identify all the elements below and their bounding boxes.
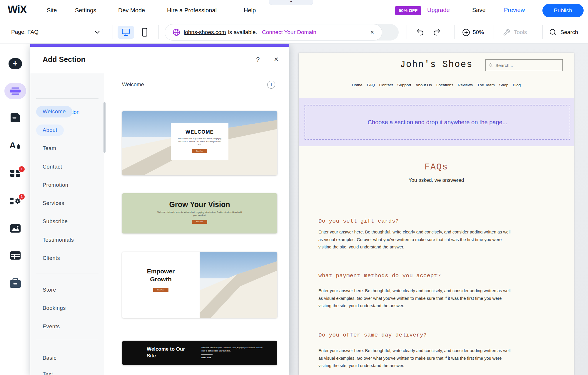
app-market-button[interactable]: 1 xyxy=(0,169,30,177)
menu-hire-a-professional[interactable]: Hire a Professional xyxy=(167,7,217,14)
pages-menu-button[interactable] xyxy=(0,113,30,122)
desktop-view-button[interactable] xyxy=(118,26,134,39)
search-icon[interactable] xyxy=(549,28,557,36)
close-panel-icon[interactable]: ✕ xyxy=(274,56,279,63)
faq-answer-3[interactable]: Enter your answer here. Be thoughtful, w… xyxy=(318,347,515,370)
site-search-input[interactable] xyxy=(495,63,554,68)
add-section-button-active[interactable] xyxy=(0,83,30,99)
site-search-box[interactable] xyxy=(485,59,563,71)
template-heading: Grow Your Vision xyxy=(122,200,277,209)
category-services[interactable]: Services xyxy=(43,200,64,206)
chevron-down-icon[interactable] xyxy=(95,31,100,34)
site-preview-page: John's Shoes Home FAQ Contact Support Ab… xyxy=(299,53,574,375)
zoom-out-icon[interactable] xyxy=(462,28,470,36)
nav-reviews[interactable]: Reviews xyxy=(458,83,473,87)
cms-table-icon xyxy=(10,251,21,260)
add-elements-button[interactable]: + xyxy=(0,58,30,69)
category-subscribe[interactable]: Subscribe xyxy=(43,218,68,225)
domain-message: is available. xyxy=(228,29,257,36)
category-text[interactable]: Text xyxy=(43,371,53,375)
template-image-half xyxy=(200,252,277,318)
template-body: Welcome visitors to your site with a sho… xyxy=(156,211,244,217)
category-basic[interactable]: Basic xyxy=(43,355,56,361)
faq-question-1[interactable]: Do you sell gift cards? xyxy=(318,218,399,224)
my-apps-button[interactable]: 1 xyxy=(0,197,30,206)
wix-logo: WiX xyxy=(8,4,27,16)
section-group-heading: Welcome xyxy=(122,82,144,88)
category-about[interactable]: About xyxy=(36,125,64,136)
divider xyxy=(464,5,464,16)
dismiss-domain-banner-icon[interactable]: ✕ xyxy=(370,29,374,36)
editor-left-sidebar: + A 1 xyxy=(0,43,30,375)
collapse-toolbar-tab[interactable]: ^ xyxy=(269,0,313,5)
faq-question-2[interactable]: What payment methods do you accept? xyxy=(318,273,441,279)
plus-icon: + xyxy=(13,59,18,68)
divider xyxy=(201,354,213,355)
cms-button[interactable] xyxy=(0,251,30,260)
nav-faq[interactable]: FAQ xyxy=(367,83,375,87)
section-template-empower-growth[interactable]: Empower Growth Start Now xyxy=(122,252,277,318)
faq-section-heading[interactable]: FAQs xyxy=(299,162,574,172)
connect-domain-link[interactable]: Connect Your Domain xyxy=(262,29,316,36)
publish-button[interactable]: Publish xyxy=(542,4,584,17)
menu-help[interactable]: Help xyxy=(244,7,256,14)
template-heading: Empower Growth xyxy=(139,267,183,283)
media-button[interactable] xyxy=(0,224,30,233)
template-cta-button: Start Now xyxy=(192,149,207,153)
nav-support[interactable]: Support xyxy=(397,83,411,87)
category-store[interactable]: Store xyxy=(43,287,56,293)
add-section-icon xyxy=(10,88,21,95)
faq-answer-1[interactable]: Enter your answer here. Be thoughtful, w… xyxy=(318,228,515,251)
briefcase-icon xyxy=(10,278,21,288)
app-market-notification-badge: 1 xyxy=(18,166,25,173)
nav-contact[interactable]: Contact xyxy=(379,83,393,87)
faq-section-subheading[interactable]: You asked, we answered xyxy=(299,177,574,183)
menu-site[interactable]: Site xyxy=(47,7,57,14)
undo-icon[interactable] xyxy=(416,28,424,36)
editor-search-button[interactable]: Search xyxy=(560,29,578,36)
domain-name[interactable]: johns-shoes.com xyxy=(184,29,226,36)
section-drop-band: Choose a section and drop it anywhere on… xyxy=(299,98,574,146)
help-icon[interactable]: ? xyxy=(256,56,260,63)
mobile-view-button[interactable] xyxy=(138,26,151,39)
category-testimonials[interactable]: Testimonials xyxy=(43,237,74,243)
site-nav-menu: Home FAQ Contact Support About Us Locati… xyxy=(299,83,574,87)
site-design-button[interactable]: A xyxy=(0,140,30,150)
preview-button[interactable]: Preview xyxy=(504,7,525,14)
info-icon[interactable]: i xyxy=(267,81,275,89)
divider xyxy=(113,25,113,39)
menu-dev-mode[interactable]: Dev Mode xyxy=(118,7,145,14)
category-clients[interactable]: Clients xyxy=(43,255,60,261)
faq-answer-2[interactable]: Enter your answer here. Be thoughtful, w… xyxy=(318,287,515,310)
category-bookings[interactable]: Bookings xyxy=(43,305,66,311)
site-design-icon: A xyxy=(9,140,21,150)
nav-shop[interactable]: Shop xyxy=(499,83,509,87)
section-template-welcome-hero[interactable]: WELCOME Welcome visitors to your site wi… xyxy=(122,111,277,175)
category-events[interactable]: Events xyxy=(43,324,60,330)
redo-icon[interactable] xyxy=(433,28,441,36)
nav-about-us[interactable]: About Us xyxy=(416,83,432,87)
business-tools-button[interactable] xyxy=(0,278,30,288)
faq-question-3[interactable]: Do you offer same-day delivery? xyxy=(318,332,427,338)
zoom-level[interactable]: 50% xyxy=(473,29,484,36)
nav-the-team[interactable]: The Team xyxy=(477,83,495,87)
page-selector[interactable]: Page: FAQ xyxy=(11,29,39,35)
nav-home[interactable]: Home xyxy=(352,83,363,87)
category-list-scrollbar[interactable] xyxy=(103,102,106,153)
menu-settings[interactable]: Settings xyxy=(75,7,96,14)
save-button[interactable]: Save xyxy=(472,7,486,14)
category-promotion[interactable]: Promotion xyxy=(43,182,68,188)
section-template-welcome-dark[interactable]: Welcome to Our Site Welcome visitors to … xyxy=(122,341,277,365)
upgrade-button[interactable]: Upgrade xyxy=(427,7,450,14)
category-contact[interactable]: Contact xyxy=(43,164,62,170)
category-welcome-selected[interactable]: Welcome xyxy=(36,106,72,117)
category-team[interactable]: Team xyxy=(43,145,56,152)
add-section-panel: Add Section ? ✕ + Blank Section Welcome … xyxy=(30,44,289,375)
template-cta-button: Start Now xyxy=(192,220,207,224)
divider xyxy=(494,25,494,39)
nav-blog[interactable]: Blog xyxy=(513,83,521,87)
template-text-half: Empower Growth Start Now xyxy=(122,252,200,318)
section-drop-zone[interactable]: Choose a section and drop it anywhere on… xyxy=(305,105,570,139)
section-template-grow-your-vision[interactable]: Grow Your Vision Welcome visitors to you… xyxy=(122,193,277,233)
nav-locations[interactable]: Locations xyxy=(436,83,453,87)
